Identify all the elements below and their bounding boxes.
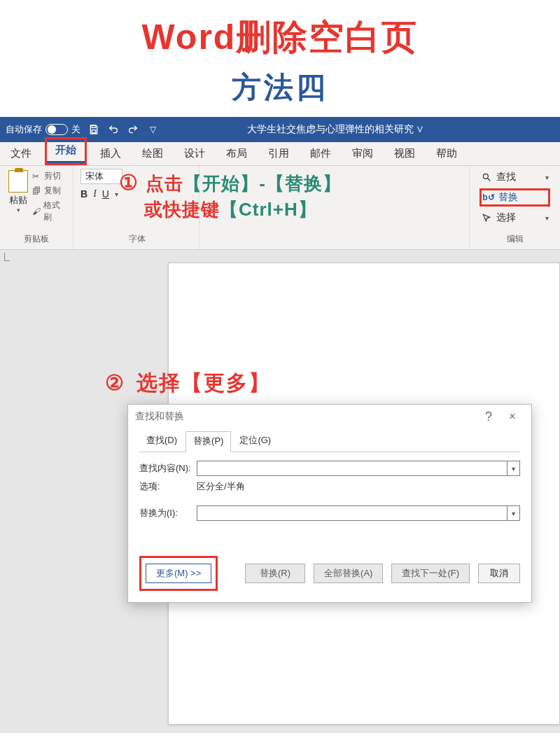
tab-mail[interactable]: 邮件 [300,141,342,165]
group-editing: 查找 ▾ b↺ 替换 选择 ▾ 编辑 [469,166,560,249]
step1-annotation: ① 点击【开始】-【替换】 或快捷键【Ctrl+H】 [119,169,342,222]
save-icon[interactable] [88,123,100,136]
tab-file[interactable]: 文件 [0,141,42,165]
find-button[interactable]: 查找 ▾ [479,170,550,184]
step1-text-2a: 或快捷键 [144,199,220,220]
underline-button[interactable]: U [102,188,109,200]
ribbon-tabs: 文件 开始 插入 绘图 设计 布局 引用 邮件 审阅 视图 帮助 [0,142,560,166]
find-label: 查找 [496,171,516,183]
chevron-down-icon: ▾ [17,207,20,214]
dropdown-icon[interactable]: ▾ [507,506,519,520]
autosave-toggle[interactable]: 自动保存 关 [6,123,80,136]
scissors-icon: ✂ [32,172,42,181]
replace-button[interactable]: b↺ 替换 [479,188,550,207]
brush-icon: 🖌 [32,207,41,216]
step1-text-2b: 【Ctrl+H】 [220,199,317,220]
autosave-label: 自动保存 [6,123,42,136]
dropdown-icon[interactable]: ▾ [507,461,519,475]
tab-help[interactable]: 帮助 [426,141,468,165]
search-icon [481,172,492,183]
page-sub-title: 方法四 [0,68,560,107]
copy-button[interactable]: 🗐复制 [32,185,67,197]
font-group-label: 字体 [129,233,146,248]
cut-label: 剪切 [44,170,61,182]
undo-icon[interactable] [107,123,120,136]
redo-icon[interactable] [127,123,139,136]
tab-references[interactable]: 引用 [258,141,300,165]
replace-label: 替换 [498,191,518,204]
italic-button[interactable]: I [93,188,97,200]
bold-button[interactable]: B [80,188,88,200]
tab-home[interactable]: 开始 [47,139,85,163]
dialog-close-button[interactable]: × [500,410,524,423]
tab-draw[interactable]: 绘图 [132,141,174,165]
find-what-input[interactable]: ▾ [197,461,520,476]
replace-with-input[interactable]: ▾ [197,505,520,521]
format-painter-button[interactable]: 🖌格式刷 [32,200,67,223]
highlight-box-home-tab: 开始 [45,137,87,165]
replace-icon: b↺ [483,192,494,203]
cancel-button[interactable]: 取消 [478,564,520,583]
dialog-tab-replace[interactable]: 替换(P) [186,431,231,452]
step2-number-icon: ② [105,371,125,394]
replace-with-label: 替换为(I): [139,507,197,519]
tab-insert[interactable]: 插入 [90,141,132,165]
svg-point-2 [483,174,488,179]
step1-number-icon: ① [119,171,139,194]
paste-icon [8,170,28,193]
more-button[interactable]: 更多(M) >> [146,564,211,583]
font-name-select[interactable]: 宋体 [80,169,122,184]
highlight-box-more-button: 更多(M) >> [139,556,218,591]
replace-one-button[interactable]: 替换(R) [245,564,305,583]
tab-design[interactable]: 设计 [174,141,216,165]
step1-text-1b: 【开始】-【替换】 [183,173,342,194]
replace-all-button[interactable]: 全部替换(A) [314,564,383,583]
toggle-pill-icon [46,124,68,135]
svg-rect-0 [92,125,95,127]
cursor-icon [481,212,492,223]
document-area: ② 选择【更多】 查找和替换 ? × 查找(D) 替换(P) 定位(G) 查找内… [0,250,560,733]
find-replace-dialog: 查找和替换 ? × 查找(D) 替换(P) 定位(G) 查找内容(N): ▾ 选… [127,404,532,603]
dialog-tab-find[interactable]: 查找(D) [139,431,184,452]
dialog-help-button[interactable]: ? [477,410,500,424]
step2-annotation: ② 选择【更多】 [105,369,271,398]
select-label: 选择 [496,211,516,224]
chevron-down-icon: ▾ [545,214,549,222]
options-value: 区分全/半角 [197,480,245,493]
dialog-titlebar[interactable]: 查找和替换 ? × [128,405,531,428]
select-button[interactable]: 选择 ▾ [479,211,550,225]
ruler-mark-icon [4,253,10,261]
dialog-tab-goto[interactable]: 定位(G) [232,431,278,452]
copy-label: 复制 [44,185,61,197]
editing-group-label: 编辑 [507,233,524,248]
dialog-tabs: 查找(D) 替换(P) 定位(G) [139,431,520,452]
document-title[interactable]: 大学生社交焦虑与心理弹性的相关研究 ∨ [159,123,512,136]
ribbon-body: 粘贴 ▾ ✂剪切 🗐复制 🖌格式刷 剪贴板 宋体 B I U ▾ 字体 [0,166,560,250]
format-painter-label: 格式刷 [43,200,67,223]
chevron-down-icon: ▾ [115,190,118,198]
group-clipboard: 粘贴 ▾ ✂剪切 🗐复制 🖌格式刷 剪贴板 [0,166,74,249]
autosave-state: 关 [71,123,80,136]
tab-review[interactable]: 审阅 [342,141,384,165]
paste-label: 粘贴 [9,194,27,207]
dialog-title: 查找和替换 [135,410,477,423]
dialog-button-row: 更多(M) >> 替换(R) 全部替换(A) 查找下一处(F) 取消 [128,552,531,602]
find-next-button[interactable]: 查找下一处(F) [391,564,470,583]
find-what-label: 查找内容(N): [139,462,197,475]
tab-layout[interactable]: 布局 [216,141,258,165]
cut-button[interactable]: ✂剪切 [32,170,67,182]
step1-text-1a: 点击 [146,173,183,194]
paste-button[interactable]: 粘贴 ▾ [6,169,31,215]
qat-customize-icon[interactable]: ▽ [146,123,159,136]
chevron-down-icon: ▾ [545,174,549,181]
page-main-title: Word删除空白页 [0,14,560,61]
svg-line-3 [488,179,491,181]
clipboard-group-label: 剪贴板 [24,233,49,248]
copy-icon: 🗐 [32,186,42,196]
options-label: 选项: [139,480,197,493]
svg-rect-1 [92,130,95,133]
step2-text: 选择【更多】 [136,371,271,394]
tab-view[interactable]: 视图 [384,141,426,165]
